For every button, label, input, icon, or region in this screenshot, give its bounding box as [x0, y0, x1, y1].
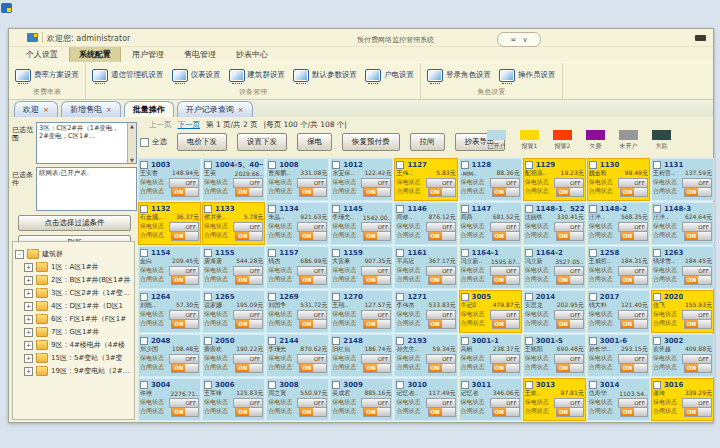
switch-status-toggle[interactable]: ON — [363, 231, 391, 241]
switch-status-toggle[interactable]: ON — [492, 231, 520, 241]
switch-status-toggle[interactable]: ON — [363, 407, 391, 417]
room-checkbox[interactable] — [525, 293, 533, 301]
room-checkbox[interactable] — [204, 161, 212, 169]
tree-item-8[interactable]: +19区：9#变电站（2#… — [24, 366, 132, 376]
room-card[interactable]: 3009吴成君885.16元保电状态OFF合闸状态ON — [330, 378, 393, 421]
menu-tab-0[interactable]: 个人设置 — [17, 47, 67, 62]
room-checkbox[interactable] — [653, 205, 661, 213]
room-card[interactable]: 2048郑少国108.48元保电状态OFF合闸状态ON — [138, 334, 201, 377]
switch-status-toggle[interactable]: ON — [299, 275, 327, 285]
room-checkbox[interactable] — [589, 205, 597, 213]
action-button-2[interactable]: 保电 — [297, 133, 332, 151]
room-checkbox[interactable] — [461, 249, 469, 257]
room-card[interactable]: 1154金白209.45元保电状态OFF合闸状态ON — [138, 246, 201, 289]
ribbon-button-2-0[interactable]: 登录角色设置 — [427, 69, 491, 82]
switch-status-toggle[interactable]: ON — [620, 407, 648, 417]
switch-status-toggle[interactable]: ON — [235, 275, 263, 285]
switch-status-toggle[interactable]: ON — [620, 187, 648, 197]
switch-status-toggle[interactable]: ON — [556, 319, 584, 329]
room-card[interactable]: 2020佳飞155.93元保电状态OFF合闸状态ON — [651, 290, 714, 333]
room-card[interactable]: 1148-2汪洋..568.35元保电状态OFF合闸状态ON — [587, 202, 650, 245]
room-checkbox[interactable] — [461, 337, 469, 345]
room-card[interactable]: 1164-2冯立新3527.05..保电状态OFF合闸状态ON — [523, 246, 586, 289]
tree-item-0[interactable]: +1区：A区1#井 — [24, 262, 132, 272]
switch-status-toggle[interactable]: ON — [428, 231, 456, 241]
room-checkbox[interactable] — [525, 381, 533, 389]
room-card[interactable]: 1129配相亲..19.23元保电状态OFF合闸状态ON — [523, 158, 586, 201]
room-checkbox[interactable] — [525, 161, 533, 169]
room-checkbox[interactable] — [396, 161, 404, 169]
room-card[interactable]: 2050费雨欢190.22元保电状态OFF合闸状态ON — [202, 334, 265, 377]
room-checkbox[interactable] — [140, 381, 148, 389]
room-card[interactable]: 1270王翔..127.57元保电状态OFF合闸状态ON — [330, 290, 393, 333]
room-checkbox[interactable] — [396, 249, 404, 257]
doc-tab-0[interactable]: 欢迎× — [14, 101, 58, 118]
menu-tab-3[interactable]: 售电管理 — [175, 47, 225, 62]
room-card[interactable]: 3008周之翼550.97元保电状态OFF合闸状态ON — [266, 378, 329, 421]
range-scrollbar[interactable]: ▲ ▼ — [127, 123, 136, 163]
room-card[interactable]: 2148旧红仙186.74元保电状态OFF合闸状态ON — [330, 334, 393, 377]
switch-status-toggle[interactable]: ON — [556, 407, 584, 417]
room-card[interactable]: 1161平高近367.17元保电状态OFF合闸状态ON — [394, 246, 457, 289]
close-icon[interactable]: × — [106, 106, 112, 114]
room-checkbox[interactable] — [204, 249, 212, 257]
room-checkbox[interactable] — [461, 205, 469, 213]
ribbon-button-0-0[interactable]: 费率方案设置 — [15, 69, 79, 82]
room-checkbox[interactable] — [140, 337, 148, 345]
room-checkbox[interactable] — [589, 293, 597, 301]
room-card[interactable]: 1265说家娜195.09元保电状态OFF合闸状态ON — [202, 290, 265, 333]
switch-status-toggle[interactable]: ON — [684, 319, 712, 329]
chevron-down-icon[interactable]: ∨ — [522, 36, 527, 44]
room-checkbox[interactable] — [140, 161, 148, 169]
room-card[interactable]: 3016谢琦339.29元保电状态OFF合闸状态ON — [651, 378, 714, 421]
room-card[interactable]: 1128-MM-.88.36元保电状态OFF合闸状态ON — [459, 158, 522, 201]
room-card[interactable]: 3014仇寿华1103.54..保电状态OFF合闸状态ON — [587, 378, 650, 421]
switch-status-toggle[interactable]: ON — [556, 275, 584, 285]
close-icon[interactable]: × — [43, 106, 49, 114]
expand-icon[interactable]: + — [24, 315, 33, 324]
close-icon[interactable]: × — [238, 106, 244, 114]
room-card[interactable]: 1263钱球雪..184.45元保电状态OFF合闸状态ON — [651, 246, 714, 289]
room-checkbox[interactable] — [268, 337, 276, 345]
action-button-1[interactable]: 设置下发 — [237, 133, 287, 151]
switch-status-toggle[interactable]: ON — [620, 231, 648, 241]
room-checkbox[interactable] — [332, 205, 340, 213]
switch-status-toggle[interactable]: ON — [235, 363, 263, 373]
switch-status-toggle[interactable]: ON — [171, 187, 199, 197]
switch-status-toggle[interactable]: ON — [556, 363, 584, 373]
ribbon-quick-buttons[interactable]: ≍ ∨ — [497, 32, 541, 47]
switch-status-toggle[interactable]: ON — [684, 275, 712, 285]
room-card[interactable]: 3005牛记0479.87元保电状态OFF合闸状态ON — [459, 290, 522, 333]
switch-status-toggle[interactable]: ON — [428, 407, 456, 417]
room-card[interactable]: 1269刘国争531.72元保电状态OFF合闸状态ON — [266, 290, 329, 333]
switch-status-toggle[interactable]: ON — [428, 319, 456, 329]
room-checkbox[interactable] — [589, 249, 597, 257]
room-card[interactable]: 1271李伟杰533.83元保电状态OFF合闸状态ON — [394, 290, 457, 333]
switch-status-toggle[interactable]: ON — [171, 231, 199, 241]
switch-status-toggle[interactable]: ON — [171, 275, 199, 285]
ribbon-button-1-0[interactable]: 通信管理机设置 — [92, 69, 164, 82]
tree-item-3[interactable]: +4区：D区1#井（D区1 — [24, 301, 132, 311]
room-card[interactable]: 2017钱大朴121.40元保电状态OFF合闸状态ON — [587, 290, 650, 333]
room-card[interactable]: 3004许维2276.71..保电状态OFF合闸状态ON — [138, 378, 201, 421]
switch-status-toggle[interactable]: ON — [235, 407, 263, 417]
switch-status-toggle[interactable]: ON — [363, 363, 391, 373]
room-checkbox[interactable] — [396, 381, 404, 389]
switch-status-toggle[interactable]: ON — [235, 319, 263, 329]
ribbon-button-2-1[interactable]: 操作员设置 — [499, 69, 556, 82]
switch-status-toggle[interactable]: ON — [492, 275, 520, 285]
tree-root[interactable]: -建筑群 — [15, 249, 132, 259]
expand-icon[interactable]: + — [24, 341, 33, 350]
room-checkbox[interactable] — [332, 381, 340, 389]
scroll-down-icon[interactable]: ▼ — [130, 157, 134, 163]
switch-status-toggle[interactable]: ON — [428, 363, 456, 373]
collapse-icon[interactable]: - — [15, 250, 24, 259]
selected-condition-box[interactable]: 联网表:已开户表. — [36, 167, 137, 211]
switch-status-toggle[interactable]: ON — [492, 187, 520, 197]
room-checkbox[interactable] — [204, 381, 212, 389]
menu-tab-2[interactable]: 用户管理 — [123, 47, 173, 62]
expand-icon[interactable]: + — [24, 328, 33, 337]
switch-status-toggle[interactable]: ON — [235, 231, 263, 241]
expand-icon[interactable]: + — [24, 302, 33, 311]
room-card[interactable]: 1145李瑾先..1542.00..保电状态OFF合闸状态ON — [330, 202, 393, 245]
